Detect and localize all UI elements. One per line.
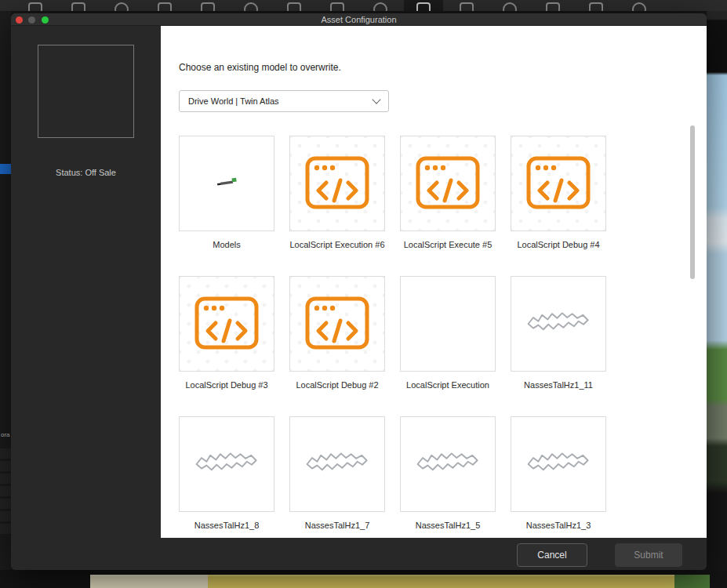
asset-tile[interactable]: NassesTalHz1_8	[179, 416, 274, 530]
overwrite-prompt: Choose an existing model to overwrite.	[179, 62, 341, 73]
dialog-sidebar: Status: Off Sale Save as a new asset...	[11, 26, 161, 570]
left-edge-row[interactable]	[0, 499, 11, 509]
asset-tile[interactable]: LocalScript Execute #5	[400, 136, 496, 249]
model-thumbnail-icon	[189, 146, 264, 221]
asset-label: NassesTalHz1_3	[511, 521, 606, 530]
track-outline-icon	[189, 426, 264, 502]
left-edge-row[interactable]	[0, 474, 11, 484]
toolbar-icon-3[interactable]	[115, 2, 129, 11]
asset-label: LocalScript Debug #4	[511, 240, 606, 249]
toolbar-icon-8[interactable]	[330, 2, 344, 11]
asset-grid: ModelsLocalScript Execution #6LocalScrip…	[179, 136, 606, 530]
toolbar-icon-14[interactable]	[589, 2, 603, 11]
asset-tile[interactable]: LocalScript Debug #2	[289, 276, 385, 390]
asset-thumbnail	[289, 276, 385, 372]
asset-label: LocalScript Execute #5	[400, 240, 496, 249]
track-outline-icon	[410, 426, 485, 502]
asset-thumbnail	[400, 276, 496, 372]
track-outline-icon	[521, 426, 596, 502]
asset-label: Models	[179, 240, 274, 249]
minimize-button[interactable]	[28, 16, 35, 24]
toolbar-icon-12[interactable]	[503, 2, 517, 11]
asset-tile[interactable]: NassesTalHz1_5	[400, 416, 496, 530]
left-edge-row[interactable]	[0, 511, 11, 521]
toolbar-icon-9[interactable]	[373, 2, 387, 11]
scrollbar-thumb[interactable]	[690, 125, 695, 279]
left-edge-selected-row[interactable]	[0, 164, 11, 174]
dialog-titlebar[interactable]: Asset Configuration	[11, 13, 707, 26]
asset-label: NassesTalHz1_7	[289, 521, 385, 530]
toolbar	[0, 0, 727, 11]
viewport-ground	[208, 575, 674, 588]
toolbar-icon-13[interactable]	[546, 2, 560, 11]
asset-tile[interactable]: NassesTalHz1_3	[511, 416, 606, 530]
close-button[interactable]	[16, 16, 23, 24]
viewport-grass	[674, 575, 710, 588]
asset-label: LocalScript Debug #2	[289, 380, 385, 390]
viewport-right-sliver	[707, 11, 727, 588]
asset-configuration-dialog: Asset Configuration Status: Off Sale Sav…	[11, 13, 707, 570]
zoom-button[interactable]	[42, 16, 49, 24]
asset-thumbnail	[400, 136, 496, 231]
script-icon	[521, 146, 596, 221]
viewport-ground	[90, 575, 208, 588]
track-outline-icon	[300, 426, 375, 502]
asset-label: NassesTalHz1_8	[179, 521, 274, 530]
asset-thumbnail	[511, 276, 606, 372]
asset-preview-box	[38, 45, 134, 138]
submit-button[interactable]: Submit	[615, 543, 682, 567]
toolbar-icon-7[interactable]	[287, 2, 301, 11]
left-edge-row[interactable]	[0, 448, 11, 459]
asset-label: LocalScript Debug #3	[179, 380, 274, 390]
asset-thumbnail	[289, 416, 385, 512]
asset-label: NassesTalHz1_11	[511, 380, 606, 390]
asset-thumbnail	[511, 136, 606, 231]
toolbar-icon-4[interactable]	[158, 2, 172, 11]
left-edge-row[interactable]	[0, 461, 11, 471]
viewport-bottom-sliver	[0, 570, 727, 588]
asset-tile[interactable]: NassesTalHz1_7	[289, 416, 385, 530]
asset-thumbnail	[179, 276, 274, 372]
script-icon	[410, 146, 485, 221]
group-select[interactable]: Drive World | Twin Atlas	[179, 90, 389, 112]
toolbar-icon-6[interactable]	[244, 2, 258, 11]
toolbar-icon-10[interactable]	[416, 2, 431, 11]
dialog-title: Asset Configuration	[11, 13, 707, 26]
left-edge-text-fragment: ora	[1, 431, 10, 438]
asset-tile[interactable]: LocalScript Execution #6	[289, 136, 385, 249]
toolbar-icon-5[interactable]	[201, 2, 215, 11]
toolbar-icon-1[interactable]	[28, 2, 42, 11]
asset-tile[interactable]: LocalScript Debug #3	[179, 276, 274, 390]
left-edge-row[interactable]	[0, 524, 11, 534]
script-icon	[300, 286, 375, 361]
asset-thumbnail	[179, 136, 274, 231]
asset-tile[interactable]: LocalScript Execution	[400, 276, 496, 390]
asset-label: NassesTalHz1_5	[400, 521, 496, 530]
cancel-button[interactable]: Cancel	[517, 543, 587, 567]
asset-label: LocalScript Execution	[400, 380, 496, 390]
asset-thumbnail	[289, 136, 385, 231]
asset-thumbnail	[511, 416, 606, 512]
left-edge-panel: ora	[0, 11, 11, 588]
asset-tile[interactable]: Models	[179, 136, 274, 249]
status-text: Status: Off Sale	[11, 168, 161, 177]
group-select-value: Drive World | Twin Atlas	[188, 96, 279, 106]
asset-tile[interactable]: LocalScript Debug #4	[511, 136, 606, 249]
toolbar-icon-15[interactable]	[632, 2, 646, 11]
chevron-down-icon	[372, 95, 380, 103]
script-icon	[189, 286, 264, 361]
toolbar-icon-11[interactable]	[460, 2, 474, 11]
track-outline-icon	[521, 286, 596, 361]
asset-label: LocalScript Execution #6	[289, 240, 385, 249]
asset-thumbnail	[400, 416, 496, 512]
asset-tile[interactable]: NassesTalHz1_11	[511, 276, 606, 390]
left-edge-row[interactable]	[0, 486, 11, 496]
script-icon	[300, 146, 375, 221]
asset-thumbnail	[179, 416, 274, 512]
dialog-content: Choose an existing model to overwrite. D…	[161, 26, 707, 538]
dialog-footer: Cancel Submit	[11, 538, 707, 570]
toolbar-icon-2[interactable]	[71, 2, 85, 11]
